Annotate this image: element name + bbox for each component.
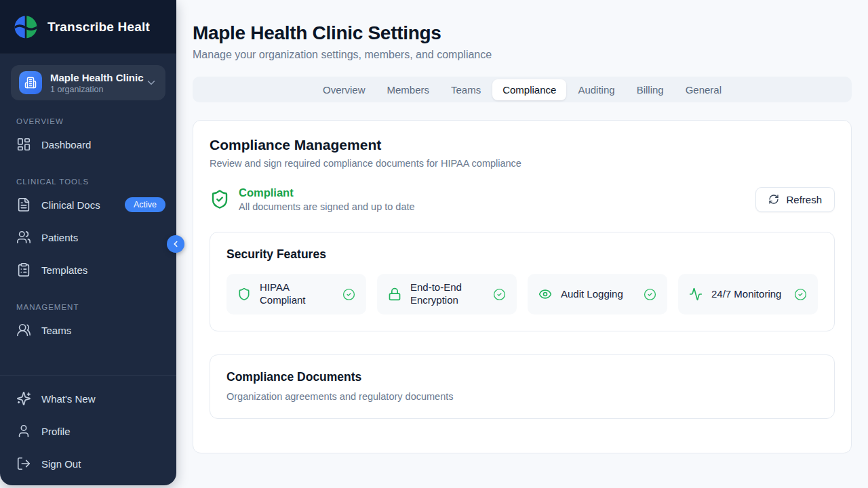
feature-label: HIPAA Compliant [260,281,334,307]
tab-members[interactable]: Members [376,79,439,100]
check-circle-icon [794,288,807,301]
logout-icon [16,456,31,471]
activity-icon [689,287,703,301]
status-description: All documents are signed and up to date [239,201,415,212]
compliance-status-text: Compliant All documents are signed and u… [239,186,415,212]
shield-check-icon [210,189,230,209]
app-header: Transcribe Healt [0,0,176,54]
section-label-clinical-tools: CLINICAL TOOLS [16,178,160,186]
chevron-down-icon [145,77,157,89]
sidebar-item-label: Profile [41,426,71,437]
org-name: Maple Health Clinic [50,72,137,83]
section-label-management: MANAGEMENT [16,303,160,311]
clipboard-icon [16,262,31,277]
feature-label: End-to-End Encryption [410,281,484,307]
sidebar-item-sign-out[interactable]: Sign Out [0,447,176,480]
compliance-documents-title: Compliance Documents [226,370,818,384]
sidebar-item-label: Sign Out [41,458,81,470]
compliance-status-row: Compliant All documents are signed and u… [210,186,835,212]
sidebar: Transcribe Healt Maple Health Clinic 1 o… [0,0,176,485]
feature-tile-monitoring: 24/7 Monitoring [678,274,818,314]
tab-compliance[interactable]: Compliance [492,79,566,100]
sidebar-collapse-button[interactable] [167,235,184,253]
compliance-title: Compliance Management [210,137,835,153]
feature-tile-audit: Audit Logging [528,274,667,314]
page-subtitle: Manage your organization settings, membe… [193,49,852,61]
compliance-management-card: Compliance Management Review and sign re… [193,120,852,453]
users-icon [16,230,31,245]
section-label-overview: OVERVIEW [16,117,160,125]
sidebar-item-profile[interactable]: Profile [0,415,176,447]
building-icon [19,71,42,94]
sidebar-item-label: Teams [41,325,71,336]
org-info: Maple Health Clinic 1 organization [50,72,137,94]
active-badge: Active [125,197,165,212]
eye-icon [538,287,552,301]
check-circle-icon [493,288,506,301]
security-features-title: Security Features [226,247,818,262]
user-icon [16,424,31,439]
sidebar-item-label: What's New [41,393,96,405]
sidebar-item-dashboard[interactable]: Dashboard [0,128,176,161]
lock-icon [388,287,401,301]
feature-tile-hipaa: HIPAA Compliant [226,274,366,314]
sidebar-item-clinical-docs[interactable]: Clinical Docs Active [0,188,176,221]
sidebar-item-label: Templates [41,264,87,276]
tab-billing[interactable]: Billing [627,79,674,100]
chevron-left-icon [171,239,180,249]
dashboard-icon [16,137,31,152]
compliance-subtitle: Review and sign required compliance docu… [210,158,835,169]
feature-label: Audit Logging [561,288,635,301]
security-features-grid: HIPAA Compliant End-to-End Encryption [226,274,818,314]
sidebar-item-label: Dashboard [41,139,91,150]
sidebar-item-label: Clinical Docs [41,199,100,211]
sidebar-item-label: Patients [41,232,78,243]
settings-tabbar: Overview Members Teams Compliance Auditi… [193,77,852,102]
sidebar-footer: What's New Profile Sign Out [0,375,176,480]
users-round-icon [16,323,31,338]
check-circle-icon [342,288,355,301]
sparkles-icon [16,391,31,406]
document-icon [16,197,31,212]
feature-label: 24/7 Monitoring [711,288,785,301]
security-features-card: Security Features HIPAA Compliant End-t [210,232,835,331]
page-title: Maple Health Clinic Settings [193,22,852,44]
feature-tile-encryption: End-to-End Encryption [377,274,517,314]
sidebar-item-teams[interactable]: Teams [0,314,176,346]
main-content: Maple Health Clinic Settings Manage your… [176,0,868,488]
tab-overview[interactable]: Overview [313,79,376,100]
status-badge: Compliant [239,186,415,199]
check-circle-icon [644,288,656,301]
tab-teams[interactable]: Teams [441,79,491,100]
org-selector[interactable]: Maple Health Clinic 1 organization [11,65,165,100]
sidebar-item-templates[interactable]: Templates [0,253,176,286]
compliance-documents-subtitle: Organization agreements and regulatory d… [226,391,818,402]
compliance-documents-card: Compliance Documents Organization agreem… [210,354,835,419]
tab-general[interactable]: General [675,79,732,100]
app-logo-icon [14,15,38,39]
app-title: Transcribe Healt [47,20,150,35]
shield-icon [237,287,251,301]
sidebar-item-patients[interactable]: Patients [0,221,176,253]
refresh-button[interactable]: Refresh [755,187,835,212]
sidebar-item-whats-new[interactable]: What's New [0,382,176,415]
refresh-label: Refresh [786,194,822,205]
org-meta: 1 organization [50,85,137,94]
refresh-icon [768,194,779,205]
tab-auditing[interactable]: Auditing [568,79,625,100]
